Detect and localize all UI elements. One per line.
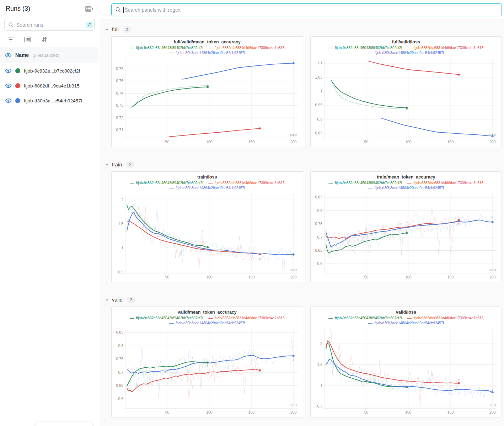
svg-text:150: 150 <box>447 275 454 279</box>
svg-text:50: 50 <box>364 140 368 144</box>
chart-legend: ftjob-9c832e53c45043f89402bb7cc802cf2fft… <box>112 315 303 326</box>
svg-text:1.5: 1.5 <box>317 363 322 367</box>
sort-icon <box>41 36 48 43</box>
panels-area: full2full/valid/mean_token_accuracyftjob… <box>100 0 504 426</box>
chart-legend: ftjob-9c832e53c45043f89402bb7cc802cf2fft… <box>311 44 502 55</box>
legend-dash-icon <box>208 48 213 49</box>
chart-plot[interactable]: 501001502000.511.52step <box>311 326 502 417</box>
chart-plot[interactable]: 501001502000.511.52step <box>112 191 303 282</box>
chevron-down-icon <box>105 163 109 167</box>
legend-item: ftjob-9c832e53c45043f89402bb7cc802cf2f <box>130 46 203 50</box>
eye-icon[interactable] <box>5 98 12 103</box>
eye-icon[interactable] <box>5 83 12 89</box>
legend-dash-icon <box>407 183 412 184</box>
chart-plot[interactable]: 501001502000.710.720.730.740.750.76step <box>112 55 303 147</box>
svg-text:200: 200 <box>290 410 297 414</box>
runs-name-header: Name (3 visualized) <box>0 47 99 63</box>
svg-text:150: 150 <box>248 140 254 144</box>
svg-text:0.75: 0.75 <box>116 357 124 361</box>
legend-item: ftjob-d30b3aee14864c29acd9ac54eb92457f <box>169 321 245 326</box>
svg-text:0.74: 0.74 <box>116 91 124 95</box>
legend-item: ftjob-6882dfa6831d4d6dae17309ca4e1b315 <box>208 46 285 50</box>
legend-dash-icon <box>328 183 333 184</box>
svg-text:step: step <box>290 133 297 137</box>
run-row[interactable]: ftjob-d30b3a...c54eb92457f <box>0 93 99 108</box>
svg-text:1: 1 <box>320 89 322 93</box>
section-count-badge: 2 <box>123 26 131 33</box>
svg-text:0.7: 0.7 <box>317 235 322 239</box>
run-row[interactable]: ftjob-6882df...9ca4e1b315 <box>0 78 99 93</box>
svg-text:step: step <box>488 133 495 137</box>
svg-text:0.95: 0.95 <box>315 103 322 107</box>
svg-text:0.8: 0.8 <box>317 209 322 213</box>
svg-text:50: 50 <box>165 275 170 279</box>
legend-dash-icon <box>130 183 134 184</box>
expand-table-button[interactable] <box>85 6 93 12</box>
svg-text:50: 50 <box>364 275 368 279</box>
filter-icon <box>7 36 14 43</box>
legend-item: ftjob-9c832e53c45043f89402bb7cc802cf2f <box>130 316 203 321</box>
svg-text:50: 50 <box>165 140 170 144</box>
svg-text:0.5: 0.5 <box>118 270 123 274</box>
chart-plot[interactable]: 501001502000.850.90.9511.051.1step <box>311 55 502 147</box>
chart-panel-train/loss[interactable]: train/lossftjob-9c832e53c45043f89402bb7c… <box>111 171 303 282</box>
search-icon <box>8 22 14 28</box>
run-row[interactable]: ftjob-9c832e...b7cc802cf2f <box>0 63 99 78</box>
svg-text:1: 1 <box>121 246 123 250</box>
svg-text:100: 100 <box>206 410 213 414</box>
legend-dash-icon <box>169 323 174 324</box>
eye-icon[interactable] <box>5 52 12 58</box>
svg-text:0.85: 0.85 <box>315 195 322 199</box>
legend-dash-icon <box>407 48 412 49</box>
group-runs-button[interactable] <box>24 36 31 43</box>
section-header-valid[interactable]: valid2 <box>100 297 504 307</box>
chart-plot[interactable]: 501001502000.60.650.70.750.80.85step <box>112 326 303 417</box>
legend-dash-icon <box>169 53 174 54</box>
legend-dash-icon <box>208 183 213 184</box>
eye-icon[interactable] <box>5 68 12 74</box>
sort-runs-button[interactable] <box>41 36 48 43</box>
chart-panel-valid/loss[interactable]: valid/lossftjob-9c832e53c45043f89402bb7c… <box>310 307 502 417</box>
svg-text:0.75: 0.75 <box>315 222 322 226</box>
chart-panel-full/valid/loss[interactable]: full/valid/lossftjob-9c832e53c45043f8940… <box>310 36 502 147</box>
svg-text:150: 150 <box>248 410 254 414</box>
panel-search-box <box>111 3 502 16</box>
svg-text:0.73: 0.73 <box>116 103 124 107</box>
search-icon <box>115 7 121 13</box>
runs-search-input[interactable] <box>16 22 83 28</box>
panel-search-input[interactable] <box>125 7 498 13</box>
section-header-train[interactable]: train2 <box>100 161 504 171</box>
run-color-dot <box>15 98 20 103</box>
chart-title: full/valid/loss <box>311 39 502 44</box>
legend-dash-icon <box>368 323 372 324</box>
legend-item: ftjob-9c832e53c45043f89402bb7cc802cf2f <box>130 181 203 186</box>
section-label: full <box>112 27 119 32</box>
legend-item: ftjob-9c832e53c45043f89402bb7cc802cf2f <box>328 46 402 50</box>
svg-text:100: 100 <box>206 275 213 279</box>
svg-text:100: 100 <box>405 140 412 144</box>
chart-panel-valid/mean_token_accuracy[interactable]: valid/mean_token_accuracyftjob-9c832e53c… <box>111 307 303 417</box>
filter-runs-button[interactable] <box>7 36 14 43</box>
legend-dash-icon <box>328 48 333 49</box>
chart-panel-train/mean_token_accuracy[interactable]: train/mean_token_accuracyftjob-9c832e53c… <box>310 171 502 282</box>
legend-item: ftjob-9c832e53c45043f89402bb7cc802cf2f <box>328 316 402 321</box>
regex-toggle-button[interactable]: .* <box>86 22 93 28</box>
chart-title: train/mean_token_accuracy <box>311 175 502 180</box>
svg-text:step: step <box>488 403 495 407</box>
legend-item: ftjob-d30b3aee14864c29acd9ac54eb92457f <box>368 321 444 326</box>
svg-text:0.5: 0.5 <box>317 404 322 408</box>
legend-item: ftjob-6882dfa6831d4d6dae17309ca4e1b315 <box>407 181 483 186</box>
chart-panel-full/valid/mean_token_accuracy[interactable]: full/valid/mean_token_accuracyftjob-9c83… <box>111 36 303 147</box>
legend-dash-icon <box>169 188 174 189</box>
panel-section-valid: valid2valid/mean_token_accuracyftjob-9c8… <box>100 297 504 417</box>
legend-item: ftjob-6882dfa6831d4d6dae17309ca4e1b315 <box>407 46 483 50</box>
section-header-full[interactable]: full2 <box>100 26 504 36</box>
chart-plot[interactable]: 501001502000.60.650.70.750.80.85step <box>311 191 502 282</box>
legend-item: ftjob-d30b3aee14864c29acd9ac54eb92457f <box>169 186 245 191</box>
svg-text:1.1: 1.1 <box>317 61 322 65</box>
legend-dash-icon <box>130 48 134 49</box>
legend-dash-icon <box>208 318 213 319</box>
legend-item: ftjob-d30b3aee14864c29acd9ac54eb92457f <box>169 50 245 55</box>
legend-dash-icon <box>130 318 134 319</box>
legend-item: ftjob-6882dfa6831d4d6dae17309ca4e1b315 <box>208 181 285 186</box>
